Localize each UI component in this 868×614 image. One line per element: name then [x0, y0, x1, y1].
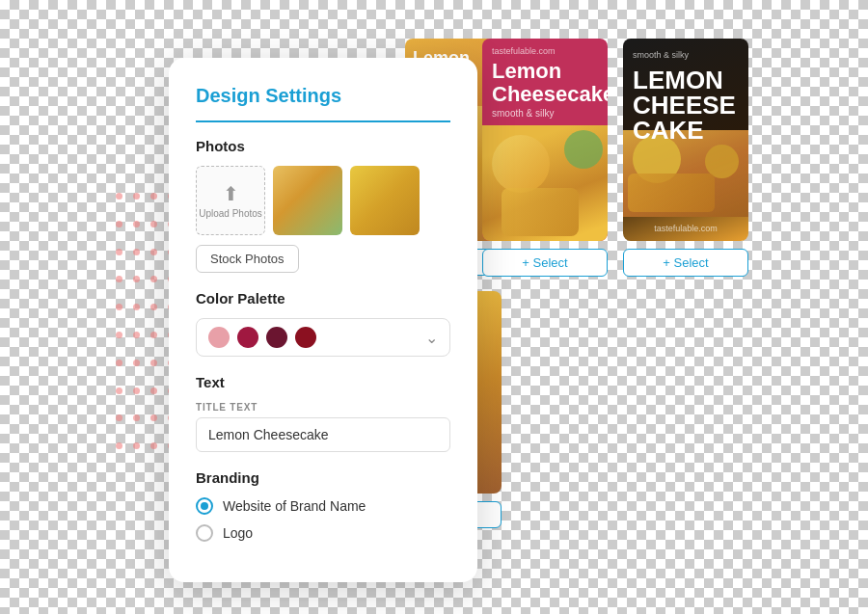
upload-photos-box[interactable]: ⬆ Upload Photos	[196, 166, 265, 235]
title-field-label: TITLE TEXT	[196, 402, 450, 413]
color-dot-2	[237, 327, 258, 348]
radio-website-label: Website of Brand Name	[223, 498, 366, 514]
text-section-label: Text	[196, 374, 450, 390]
color-dot-3	[266, 327, 287, 348]
card-image-right-2: smooth & silky LEMONCHEESECAKE tastefula…	[623, 39, 748, 241]
upload-text: Upload Photos	[199, 208, 262, 219]
upload-icon: ⬆	[223, 182, 239, 205]
card-tag-2: smooth & silky	[633, 50, 689, 60]
branding-option-website[interactable]: Website of Brand Name	[196, 497, 450, 515]
radio-logo[interactable]	[196, 524, 213, 542]
select-button-right-2[interactable]: + Select	[623, 249, 748, 277]
photo-thumb-1[interactable]	[273, 166, 342, 235]
color-dot-1	[208, 327, 230, 348]
template-card-right-2: smooth & silky LEMONCHEESECAKE tastefula…	[623, 39, 748, 277]
photo-thumb-2[interactable]	[350, 166, 420, 235]
radio-logo-label: Logo	[223, 525, 253, 541]
card-site-2: tastefulable.com	[623, 224, 748, 233]
palette-row[interactable]: ⌄	[196, 318, 450, 357]
card-big-title-2: LEMONCHEESECAKE	[633, 67, 739, 143]
design-settings-panel: Design Settings Photos ⬆ Upload Photos S…	[169, 58, 477, 582]
card-subtitle-1: smooth & silky	[482, 106, 608, 124]
color-palette-section: Color Palette ⌄	[196, 290, 450, 357]
stock-photos-button[interactable]: Stock Photos	[196, 245, 299, 273]
radio-website[interactable]	[196, 497, 213, 515]
chevron-down-icon[interactable]: ⌄	[425, 329, 438, 347]
palette-dots	[208, 327, 425, 348]
title-text-input[interactable]	[196, 417, 450, 452]
text-section: Text TITLE TEXT	[196, 374, 450, 452]
photos-section: Photos ⬆ Upload Photos Stock Photos	[196, 138, 450, 273]
panel-title: Design Settings	[196, 85, 450, 122]
card-title-1: LemonCheesecake	[482, 60, 608, 106]
color-dot-4	[295, 327, 316, 348]
card-image-right-1: tastefulable.com LemonCheesecake smooth …	[482, 39, 608, 241]
dot-pattern	[116, 193, 164, 463]
photos-section-label: Photos	[196, 138, 450, 154]
select-button-right-1[interactable]: + Select	[482, 249, 608, 277]
template-card-right-1: tastefulable.com LemonCheesecake smooth …	[482, 39, 608, 277]
branding-option-logo[interactable]: Logo	[196, 524, 450, 542]
right-cards-area: tastefulable.com LemonCheesecake smooth …	[482, 39, 748, 277]
photos-row: ⬆ Upload Photos	[196, 166, 450, 235]
card-photo-1	[482, 125, 608, 241]
card-site-1: tastefulable.com	[482, 39, 608, 60]
branding-section: Branding Website of Brand Name Logo	[196, 469, 450, 542]
palette-section-label: Color Palette	[196, 290, 450, 307]
branding-section-label: Branding	[196, 469, 450, 486]
